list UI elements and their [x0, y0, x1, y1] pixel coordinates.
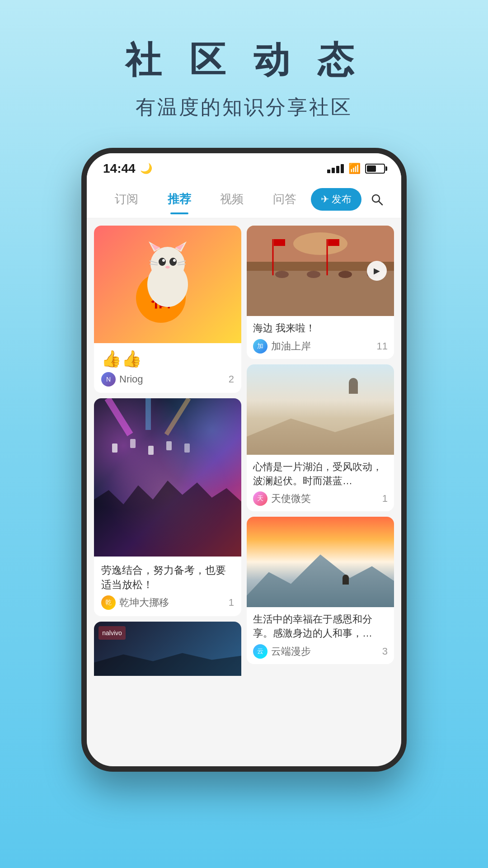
card-beach-count: 11: [377, 340, 388, 352]
card-beach-meta: 加 加油上岸 11: [253, 339, 388, 354]
svg-point-11: [169, 258, 177, 266]
wifi-icon: 📶: [348, 163, 361, 175]
avatar-tianshi: 天: [253, 491, 267, 506]
status-icons: 📶: [327, 163, 385, 175]
moon-icon: 🌙: [140, 163, 152, 175]
card-beach-image: ▶: [247, 226, 394, 316]
phone-mockup: 14:44 🌙 📶 订阅: [81, 148, 407, 772]
svg-point-14: [165, 266, 170, 269]
svg-rect-33: [274, 239, 285, 246]
page-sub-title: 有温度的知识分享社区: [125, 94, 363, 121]
card-mountains-meta: 云 云端漫步 3: [253, 644, 388, 659]
svg-rect-19: [112, 443, 117, 453]
nav-tabs: 订阅 推荐 视频 问答 ✈ 发布: [87, 180, 401, 218]
card-beach-content: 海边 我来啦！ 加 加油上岸 11: [247, 316, 394, 359]
author-name-jiayou: 加油上岸: [271, 340, 311, 353]
card-partial-left[interactable]: nalvivo: [94, 622, 241, 676]
tab-qa[interactable]: 问答: [258, 188, 310, 211]
card-mountains-title: 生活中的幸福在于感恩和分享。感激身边的人和事，…: [253, 613, 388, 641]
phone-screen: 14:44 🌙 📶 订阅: [87, 153, 401, 766]
svg-point-12: [162, 259, 165, 262]
avatar-jiayou: 加: [253, 339, 267, 354]
svg-line-26: [166, 398, 189, 434]
card-beach[interactable]: ▶ 海边 我来啦！ 加 加油上岸 11: [247, 226, 394, 359]
svg-point-13: [173, 259, 176, 262]
author-name-yunduan: 云端漫步: [271, 645, 311, 658]
svg-rect-20: [130, 439, 136, 448]
card-concert-title: 劳逸结合，努力备考，也要适当放松！: [101, 563, 234, 592]
content-area: 福: [87, 218, 401, 766]
author-name-tianshi: 天使微笑: [271, 492, 311, 505]
card-mountains-content: 生活中的幸福在于感恩和分享。感激身边的人和事，… 云 云端漫步 3: [247, 607, 394, 664]
tab-video[interactable]: 视频: [206, 188, 258, 211]
card-cat-count: 2: [229, 373, 234, 385]
svg-point-5: [150, 247, 185, 281]
card-cat-content: 👍👍 N Nriog 2: [94, 343, 241, 393]
card-dunes-meta: 天 天使微笑 1: [253, 491, 388, 506]
status-bar: 14:44 🌙 📶: [87, 153, 401, 180]
card-dunes-author: 天 天使微笑: [253, 491, 311, 506]
svg-rect-35: [328, 239, 339, 246]
svg-line-24: [108, 398, 130, 434]
card-concert-meta: 乾 乾坤大挪移 1: [101, 595, 234, 610]
card-cat-image: 福: [94, 226, 241, 343]
publish-button[interactable]: ✈ 发布: [311, 188, 361, 211]
card-beach-title: 海边 我来啦！: [253, 321, 388, 335]
battery-icon: [365, 164, 385, 174]
card-cat-meta: N Nriog 2: [101, 372, 234, 387]
video-play-icon[interactable]: ▶: [367, 261, 387, 281]
tab-subscription[interactable]: 订阅: [100, 188, 153, 211]
svg-point-38: [338, 271, 352, 278]
tab-recommend[interactable]: 推荐: [153, 188, 205, 211]
card-concert-count: 1: [229, 597, 234, 609]
card-dunes-title: 心情是一片湖泊，受风吹动，波澜起伏。时而湛蓝…: [253, 460, 388, 488]
signal-bars-icon: [327, 164, 344, 173]
avatar-yunduan: 云: [253, 644, 267, 659]
left-column: 福: [94, 226, 241, 766]
card-mountains-image: [247, 517, 394, 607]
card-beach-author: 加 加油上岸: [253, 339, 311, 354]
card-concert-author: 乾 乾坤大挪移: [101, 595, 169, 610]
svg-rect-21: [148, 446, 154, 455]
svg-rect-22: [166, 441, 172, 450]
page-main-title: 社 区 动 态: [125, 36, 363, 85]
card-cat-author: N Nriog: [101, 372, 143, 387]
card-dunes[interactable]: 心情是一片湖泊，受风吹动，波澜起伏。时而湛蓝… 天 天使微笑 1: [247, 364, 394, 512]
card-cat[interactable]: 福: [94, 226, 241, 393]
svg-point-36: [275, 271, 289, 278]
card-dunes-count: 1: [382, 493, 388, 505]
right-column: ▶ 海边 我来啦！ 加 加油上岸 11: [247, 226, 394, 766]
author-name-qiankun: 乾坤大挪移: [119, 596, 169, 609]
avatar-qiankun: 乾: [101, 595, 116, 610]
header-section: 社 区 动 态 有温度的知识分享社区: [125, 0, 363, 121]
card-concert-content: 劳逸结合，努力备考，也要适当放松！ 乾 乾坤大挪移 1: [94, 557, 241, 616]
card-mountains[interactable]: 生活中的幸福在于感恩和分享。感激身边的人和事，… 云 云端漫步 3: [247, 517, 394, 664]
card-dunes-content: 心情是一片湖泊，受风吹动，波澜起伏。时而湛蓝… 天 天使微笑 1: [247, 455, 394, 512]
phone-frame: 14:44 🌙 📶 订阅: [81, 148, 407, 772]
author-name-nriog: Nriog: [119, 373, 143, 385]
card-dunes-image: [247, 364, 394, 455]
search-button[interactable]: [366, 189, 388, 210]
status-time: 14:44: [103, 161, 136, 176]
svg-point-37: [307, 271, 320, 278]
card-mountains-author: 云 云端漫步: [253, 644, 311, 659]
svg-point-10: [159, 258, 166, 266]
card-concert-image: [94, 398, 241, 557]
svg-line-1: [379, 201, 382, 205]
card-concert[interactable]: 劳逸结合，努力备考，也要适当放松！ 乾 乾坤大挪移 1: [94, 398, 241, 616]
avatar-nriog: N: [101, 372, 116, 387]
svg-rect-23: [184, 443, 190, 453]
card-cat-emoji: 👍👍: [101, 349, 234, 368]
card-mountains-count: 3: [382, 646, 388, 657]
